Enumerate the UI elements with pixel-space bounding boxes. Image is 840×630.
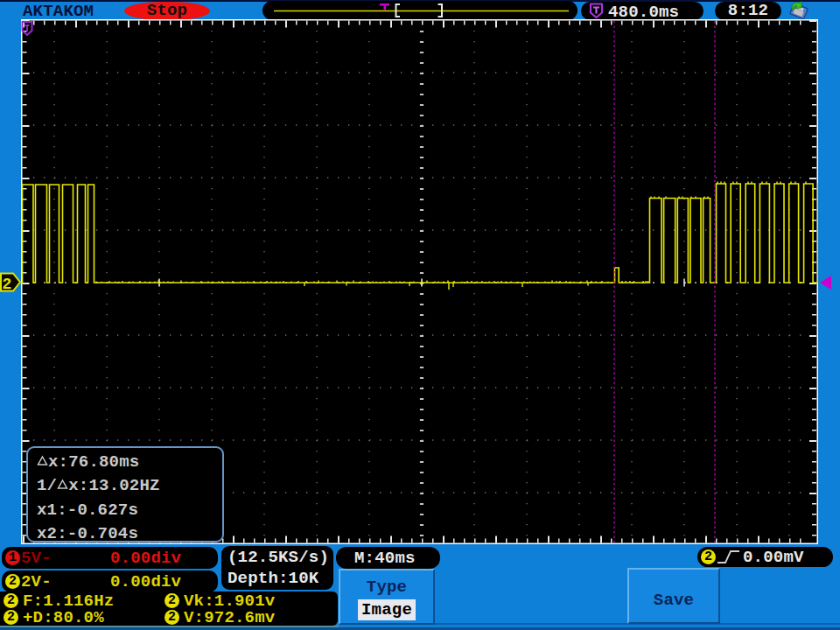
svg-text:2: 2 — [3, 276, 12, 293]
